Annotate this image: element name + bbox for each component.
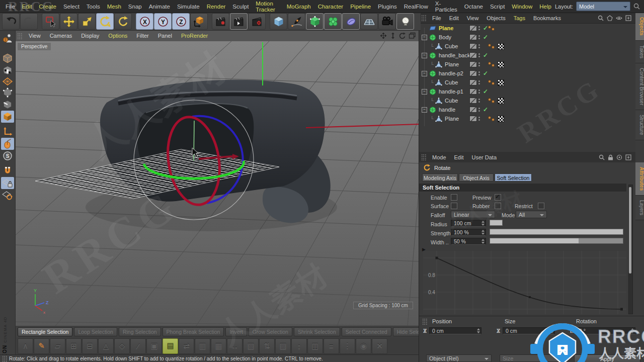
radius-slider[interactable]: [490, 220, 503, 226]
selection-tool-button[interactable]: Grow Selection: [249, 327, 292, 336]
phong-tag-icon[interactable]: [488, 99, 495, 102]
menu-item[interactable]: Render: [203, 4, 229, 10]
Cube[interactable]: └ Cube ✓: [419, 42, 635, 51]
Cube[interactable]: └ Cube ✓: [419, 96, 635, 105]
rotate-view-icon[interactable]: [399, 32, 406, 39]
layer-color-chip[interactable]: [469, 43, 477, 49]
pan-view-icon[interactable]: [380, 32, 387, 39]
object-name[interactable]: handle: [439, 107, 455, 113]
z-axis-lock-button[interactable]: Z: [172, 13, 190, 30]
radius-field[interactable]: 100 cm: [451, 220, 486, 227]
palette-tool-icon[interactable]: ⊟: [82, 338, 98, 354]
width-field[interactable]: 50 %: [451, 238, 486, 245]
texture-mode-button[interactable]: [1, 64, 14, 76]
menu-item[interactable]: Sculpt: [229, 4, 252, 10]
preview-checkbox[interactable]: [495, 194, 501, 201]
palette-tool-icon[interactable]: ✎: [34, 338, 49, 354]
layout-dropdown[interactable]: Model: [576, 2, 630, 11]
expand-toggle[interactable]: [422, 89, 427, 95]
primitive-cube-button[interactable]: [270, 13, 287, 30]
texture-tag-icon[interactable]: [498, 43, 504, 50]
attribute-tab[interactable]: Modeling Axis: [422, 173, 458, 182]
size-mode-dropdown[interactable]: Size: [500, 354, 564, 362]
attribute-tab[interactable]: Object Axis: [459, 173, 494, 182]
palette-tool-icon[interactable]: ◇: [114, 338, 130, 354]
palette-tool-icon[interactable]: △: [98, 338, 114, 354]
palette-tool-icon[interactable]: ▨: [275, 338, 291, 354]
focus-icon[interactable]: [616, 154, 622, 160]
phong-tag-icon[interactable]: [488, 27, 495, 30]
falloff-dropdown[interactable]: Linear: [451, 211, 495, 218]
lock-icon[interactable]: [608, 154, 613, 160]
model-mode-button[interactable]: [1, 52, 14, 64]
spline-pen-button[interactable]: [288, 13, 305, 30]
object-name[interactable]: Plane: [439, 25, 453, 31]
palette-tool-icon[interactable]: ▧: [243, 338, 259, 354]
menu-item[interactable]: RealFlow: [400, 4, 432, 10]
palette-tool-icon[interactable]: ↕: [291, 338, 307, 354]
palette-tool-icon[interactable]: ▣: [146, 338, 162, 354]
enabled-check-icon[interactable]: ✓: [483, 25, 488, 32]
visibility-dots[interactable]: [478, 26, 480, 30]
enabled-check-icon[interactable]: ✓: [483, 34, 488, 41]
palette-tool-icon[interactable]: ◉: [356, 338, 371, 354]
curve-point[interactable]: [620, 308, 623, 311]
menu-item[interactable]: Motion Tracker: [252, 1, 283, 13]
selection-tool-button[interactable]: Ring Selection: [119, 327, 161, 336]
menu-item[interactable]: Character: [314, 4, 347, 10]
menu-item[interactable]: Simulate: [174, 4, 203, 10]
Cube[interactable]: └ Cube ✓: [419, 78, 635, 87]
search-icon[interactable]: [598, 15, 604, 21]
viewport-panel[interactable]: ViewCamerasDisplayOptionsFilterPanelProR…: [15, 30, 419, 326]
last-tool-button[interactable]: [114, 13, 132, 30]
panel-menu-item[interactable]: User Data: [468, 154, 501, 160]
y-axis-lock-button[interactable]: Y: [154, 13, 172, 30]
dock-tab[interactable]: Attributes: [635, 162, 644, 196]
scrollbar-thumb[interactable]: [629, 187, 631, 274]
polygons-mode-button[interactable]: [1, 111, 14, 123]
panel-menu-item[interactable]: Bookmarks: [529, 15, 565, 21]
viewport-solo-button[interactable]: [1, 138, 14, 150]
visibility-dots[interactable]: [478, 99, 480, 103]
floor-button[interactable]: [360, 13, 378, 30]
menu-item[interactable]: File: [2, 4, 19, 10]
coordinate-system-button[interactable]: [190, 13, 208, 30]
menu-item[interactable]: Script: [487, 4, 508, 10]
strength-field[interactable]: 100 %: [451, 229, 486, 236]
palette-tool-icon[interactable]: ▤: [163, 338, 178, 354]
object-name[interactable]: Cube: [445, 43, 458, 49]
Plane[interactable]: └ Plane ✓: [419, 24, 635, 33]
palette-tool-icon[interactable]: ↔: [227, 338, 243, 354]
palette-tool-icon[interactable]: ∧: [18, 338, 33, 354]
search-icon[interactable]: [633, 3, 640, 10]
eye-icon[interactable]: [616, 15, 622, 21]
strength-slider[interactable]: [490, 229, 623, 235]
object-name[interactable]: handle-p1: [439, 88, 463, 95]
menu-item[interactable]: Pipeline: [347, 4, 374, 10]
palette-tool-icon[interactable]: ⇅: [259, 338, 275, 354]
panel-menu-item[interactable]: Tags: [510, 15, 529, 21]
menu-item[interactable]: Octane: [461, 4, 487, 10]
menu-item[interactable]: Mesh: [104, 4, 125, 10]
section-header[interactable]: Soft Selection: [419, 184, 626, 192]
magnet-snap-button[interactable]: [1, 165, 14, 177]
selection-tool-button[interactable]: Select Connected: [342, 327, 391, 336]
layer-color-chip[interactable]: [469, 25, 477, 31]
add-panel-icon[interactable]: [625, 154, 631, 160]
attribute-tab[interactable]: Soft Selection: [495, 173, 532, 182]
object-name[interactable]: handle-p2: [439, 70, 463, 76]
make-editable-button[interactable]: [1, 32, 14, 44]
menu-item[interactable]: Create: [35, 4, 60, 10]
panel-grip[interactable]: [17, 33, 22, 39]
handle[interactable]: └ handle ✓: [419, 105, 635, 114]
visibility-dots[interactable]: [478, 71, 480, 75]
layer-color-chip[interactable]: [469, 61, 477, 67]
move-button[interactable]: [60, 13, 77, 30]
expand-toggle[interactable]: [422, 71, 427, 76]
expand-toggle[interactable]: [422, 35, 427, 40]
viewport-menu-item[interactable]: Options: [104, 33, 132, 39]
panel-menu-item[interactable]: View: [463, 15, 483, 21]
texture-tag-icon[interactable]: [498, 98, 504, 104]
stepper[interactable]: [480, 221, 485, 226]
menu-item[interactable]: Window: [508, 4, 536, 10]
